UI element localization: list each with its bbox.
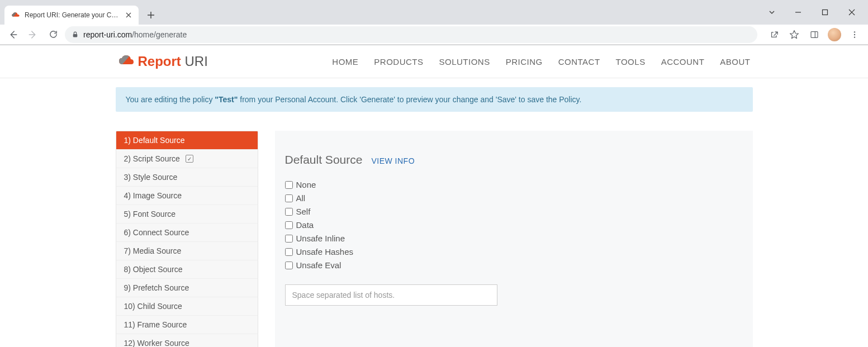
option-label: Unsafe Hashes	[296, 247, 354, 256]
info-alert: You are editing the policy "Test" from y…	[116, 87, 753, 112]
sidebar-item-media-source[interactable]: 7) Media Source	[116, 242, 258, 260]
option-label: Self	[296, 207, 311, 216]
sidebar-item-worker-source[interactable]: 12) Worker Source	[116, 334, 258, 347]
svg-rect-0	[823, 10, 828, 15]
option-all[interactable]: All	[285, 193, 743, 203]
nav-about[interactable]: ABOUT	[720, 57, 750, 66]
sidebar-item-script-source[interactable]: 2) Script Source ✓	[116, 150, 258, 168]
logo-text-bold: Report	[138, 54, 181, 69]
nav-account[interactable]: ACCOUNT	[661, 57, 705, 66]
profile-avatar[interactable]	[826, 26, 843, 43]
sidebar-item-label: 7) Media Source	[124, 246, 182, 255]
sidebar-item-label: 8) Object Source	[124, 265, 183, 274]
nav-contact[interactable]: CONTACT	[558, 57, 600, 66]
side-panel-icon[interactable]	[805, 26, 823, 43]
view-info-link[interactable]: VIEW INFO	[371, 156, 415, 165]
svg-point-6	[854, 36, 855, 37]
alert-prefix: You are editing the policy	[126, 95, 215, 104]
option-data[interactable]: Data	[285, 220, 743, 230]
tab-search-button[interactable]	[762, 3, 782, 21]
sidebar-item-object-source[interactable]: 8) Object Source	[116, 260, 258, 279]
kebab-menu-icon[interactable]	[846, 26, 864, 43]
main-nav: HOME PRODUCTS SOLUTIONS PRICING CONTACT …	[332, 57, 750, 66]
checkbox-unsafe-inline[interactable]	[285, 235, 293, 243]
sidebar-item-label: 12) Worker Source	[124, 339, 189, 347]
nav-pricing[interactable]: PRICING	[506, 57, 543, 66]
sidebar-item-child-source[interactable]: 10) Child Source	[116, 297, 258, 316]
toolbar-right	[761, 26, 864, 43]
svg-rect-1	[73, 34, 78, 37]
sidebar-item-connect-source[interactable]: 6) Connect Source	[116, 224, 258, 242]
maximize-button[interactable]	[812, 3, 838, 21]
svg-point-4	[854, 31, 855, 32]
forward-button[interactable]	[25, 26, 41, 43]
url-path: /home/generate	[132, 30, 187, 39]
checkbox-unsafe-hashes[interactable]	[285, 248, 293, 256]
browser-toolbar: report-uri.com/home/generate	[0, 25, 868, 45]
sidebar-item-label: 10) Child Source	[124, 302, 182, 311]
option-unsafe-inline[interactable]: Unsafe Inline	[285, 234, 743, 243]
share-icon[interactable]	[765, 26, 783, 43]
address-bar[interactable]: report-uri.com/home/generate	[65, 26, 757, 43]
nav-solutions[interactable]: SOLUTIONS	[439, 57, 490, 66]
close-window-button[interactable]	[839, 3, 865, 21]
sidebar-item-label: 9) Prefetch Source	[124, 283, 189, 292]
sidebar-item-label: 2) Script Source	[124, 154, 180, 163]
svg-point-5	[854, 34, 855, 35]
url-text: report-uri.com/home/generate	[83, 30, 187, 39]
cloud-icon	[118, 54, 135, 69]
option-label: Data	[296, 220, 314, 230]
checkbox-unsafe-eval[interactable]	[285, 262, 293, 269]
check-icon: ✓	[186, 155, 193, 163]
browser-tab[interactable]: Report URI: Generate your Conte	[4, 6, 139, 25]
alert-policy-name: "Test"	[215, 95, 238, 104]
directive-panel: Default Source VIEW INFO None All Self D…	[275, 131, 753, 347]
nav-tools[interactable]: TOOLS	[616, 57, 646, 66]
back-button[interactable]	[4, 26, 21, 43]
checkbox-all[interactable]	[285, 194, 293, 202]
sidebar-item-font-source[interactable]: 5) Font Source	[116, 205, 258, 224]
sidebar-item-image-source[interactable]: 4) Image Source	[116, 187, 258, 205]
hosts-input[interactable]	[285, 284, 497, 306]
sidebar-item-style-source[interactable]: 3) Style Source	[116, 168, 258, 187]
option-self[interactable]: Self	[285, 207, 743, 216]
panel-title: Default Source	[285, 153, 363, 167]
nav-home[interactable]: HOME	[332, 57, 358, 66]
sidebar-item-frame-source[interactable]: 11) Frame Source	[116, 316, 258, 334]
sidebar-item-label: 4) Image Source	[124, 191, 182, 200]
logo[interactable]: Report URI	[118, 54, 208, 69]
option-label: None	[296, 180, 316, 189]
tab-title: Report URI: Generate your Conte	[25, 11, 120, 19]
minimize-button[interactable]	[785, 3, 811, 21]
bookmark-icon[interactable]	[785, 26, 803, 43]
site-header: Report URI HOME PRODUCTS SOLUTIONS PRICI…	[0, 45, 868, 78]
sidebar-item-default-source[interactable]: 1) Default Source	[116, 131, 258, 150]
lock-icon	[72, 31, 79, 38]
favicon-icon	[11, 11, 20, 20]
sidebar-item-label: 3) Style Source	[124, 173, 178, 182]
browser-chrome: Report URI: Generate your Conte	[0, 0, 868, 45]
tab-strip: Report URI: Generate your Conte	[0, 0, 868, 25]
option-list: None All Self Data Unsafe Inline Unsafe …	[285, 180, 743, 270]
option-label: Unsafe Eval	[296, 260, 341, 270]
option-unsafe-hashes[interactable]: Unsafe Hashes	[285, 247, 743, 256]
close-icon[interactable]	[124, 11, 133, 20]
nav-products[interactable]: PRODUCTS	[374, 57, 423, 66]
checkbox-none[interactable]	[285, 181, 293, 189]
checkbox-self[interactable]	[285, 208, 293, 216]
sidebar-item-prefetch-source[interactable]: 9) Prefetch Source	[116, 279, 258, 297]
sidebar-item-label: 11) Frame Source	[124, 320, 187, 329]
reload-button[interactable]	[45, 26, 61, 43]
checkbox-data[interactable]	[285, 221, 293, 229]
directive-list: 1) Default Source 2) Script Source ✓ 3) …	[116, 131, 258, 347]
url-host: report-uri.com	[83, 30, 132, 39]
new-tab-button[interactable]	[143, 7, 159, 23]
option-label: All	[296, 193, 306, 203]
option-unsafe-eval[interactable]: Unsafe Eval	[285, 260, 743, 270]
svg-rect-2	[811, 31, 818, 37]
logo-text-light: URI	[185, 54, 208, 69]
option-label: Unsafe Inline	[296, 234, 345, 243]
sidebar-item-label: 6) Connect Source	[124, 228, 189, 237]
option-none[interactable]: None	[285, 180, 743, 189]
sidebar-item-label: 1) Default Source	[124, 136, 185, 145]
